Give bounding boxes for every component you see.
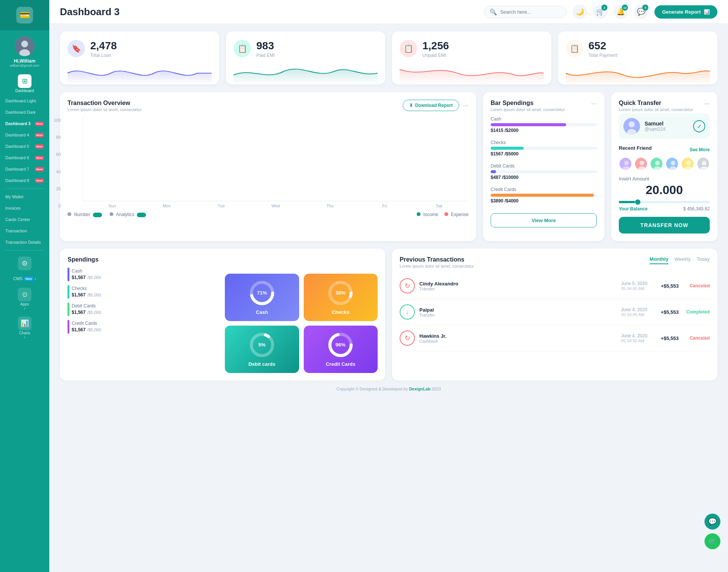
cms-arrow: › xyxy=(35,276,36,281)
stat-card-paid-emi: 📋 983 Paid EMI xyxy=(226,31,385,85)
unpaid-emi-wave xyxy=(400,62,544,85)
footer: Copyright © Designed & Developed by Dexi… xyxy=(60,381,717,397)
dashboard-label: Dashboard xyxy=(16,89,34,93)
spending-bar-bg-checks xyxy=(491,147,597,150)
sidebar-cms-row[interactable]: CMS New › xyxy=(8,273,42,284)
download-report-button[interactable]: ⬇ Download Report xyxy=(403,100,459,111)
cms-icon: ⚙ xyxy=(18,257,31,270)
spending-stat-debit: Debit Cards $1,567 /$5,000 xyxy=(67,302,220,316)
spending-stat-cash: Cash $1,567 /$5,000 xyxy=(67,268,220,281)
float-support-button[interactable]: 💬 xyxy=(704,514,720,530)
svg-text:96%: 96% xyxy=(336,342,345,348)
badge-new-7: New xyxy=(35,167,44,171)
apps-arrow: › xyxy=(24,306,25,310)
sidebar-item-cards-center[interactable]: Cards Center xyxy=(0,214,49,225)
stat-info: 652 Total Payment xyxy=(588,40,617,58)
bar-spendings-more-button[interactable]: ··· xyxy=(591,100,597,108)
balance-value: $ 456,345.62 xyxy=(683,206,710,212)
sidebar-item-dashboard-8[interactable]: Dashboard 8 New xyxy=(0,175,49,186)
cart-button[interactable]: 🛒 2 xyxy=(593,5,607,19)
search-input[interactable] xyxy=(500,9,561,15)
charts-arrow: › xyxy=(24,335,25,339)
sidebar-item-invoices[interactable]: Invoices xyxy=(0,202,49,214)
float-cart-button[interactable]: 🛒 xyxy=(704,533,720,549)
sidebar-item-transaction[interactable]: Transaction xyxy=(0,225,49,237)
tx-overview-more-button[interactable]: ··· xyxy=(463,102,469,110)
bar-spendings-title: Bar Spendings xyxy=(491,100,565,107)
sidebar-item-charts[interactable]: 📊 Charts › xyxy=(0,313,49,342)
tab-monthly[interactable]: Monthly xyxy=(650,256,668,264)
friend-avatar-3[interactable] xyxy=(650,157,663,171)
tx-amount-1: +$5,553 xyxy=(656,283,679,289)
apps-icon: ⊙ xyxy=(18,288,31,301)
sidebar-item-dashboard[interactable]: ⊞ Dashboard xyxy=(0,71,49,95)
cms-label: CMS xyxy=(13,276,22,281)
message-button[interactable]: 💬 5 xyxy=(634,5,648,19)
view-more-button[interactable]: View More xyxy=(491,213,597,227)
spending-row-cash: Cash $1415 /$2000 xyxy=(491,116,597,133)
spending-amount-cash: $1415 /$2000 xyxy=(491,128,597,133)
sidebar-logo: 💳 xyxy=(0,0,49,30)
sidebar-item-dashboard-5[interactable]: Dashboard 5 New xyxy=(0,141,49,152)
donut-debit: 5% Debit cards xyxy=(225,326,299,373)
transfer-now-button[interactable]: TRANSFER NOW xyxy=(619,217,710,234)
balance-label: Your Balance xyxy=(619,206,648,212)
tab-weekly[interactable]: Weekly xyxy=(675,256,690,264)
dark-mode-button[interactable]: 🌙 xyxy=(573,5,587,19)
sidebar-item-dashboard-7[interactable]: Dashboard 7 New xyxy=(0,163,49,175)
sidebar-item-dashboard-4[interactable]: Dashboard 4 New xyxy=(0,129,49,141)
stats-row: 🔖 2,478 Total Loan 📋 xyxy=(60,31,717,85)
search-box[interactable]: 🔍 xyxy=(484,6,566,18)
spending-label-debit: Debit Cards xyxy=(491,163,597,169)
friend-avatar-6[interactable] xyxy=(697,157,710,171)
footer-brand-link[interactable]: DexignLab xyxy=(409,387,430,391)
donut-svg-checks: 30% xyxy=(327,280,354,306)
sidebar-item-transaction-details[interactable]: Transaction Details xyxy=(0,237,49,248)
spending-label-cash: Cash xyxy=(491,116,597,122)
donut-grid: 71% Cash 30% Checks xyxy=(225,274,378,373)
sidebar-item-my-wallet[interactable]: My Wallet xyxy=(0,191,49,202)
recent-friend-header: Recent Friend See More xyxy=(619,145,710,154)
spending-stat-info: Checks $1,567 /$5,000 xyxy=(72,286,101,298)
divider-1 xyxy=(5,188,44,189)
friend-avatar-4[interactable] xyxy=(665,157,679,171)
tx-overview-title: Transaction Overview xyxy=(67,100,142,107)
bell-badge: 12 xyxy=(622,5,628,11)
quick-transfer-title: Quick Transfer xyxy=(619,100,693,107)
amount-slider[interactable] xyxy=(619,201,710,203)
unpaid-emi-value: 1,256 xyxy=(422,40,449,52)
msg-badge: 5 xyxy=(642,5,648,11)
qt-user-handle: @sam224 xyxy=(645,127,665,132)
spendings-layout: Cash $1,567 /$5,000 Checks xyxy=(67,268,378,373)
stat-card-total-payment: 📋 652 Total Payment xyxy=(558,31,717,85)
see-more-button[interactable]: See More xyxy=(690,147,710,152)
cms-badge: New xyxy=(24,277,33,281)
spending-val-cash: $1,567 xyxy=(72,275,86,280)
bar-spendings-card: Bar Spendings Lorem ipsum dolor sit amet… xyxy=(483,92,604,241)
recent-friend-label: Recent Friend xyxy=(619,145,652,151)
sidebar-item-dashboard-3[interactable]: Dashboard 3 New xyxy=(0,118,49,129)
tx-tabs: Monthly Weekly Today xyxy=(650,256,710,264)
sidebar-item-dashboard-dark[interactable]: Dashboard Dark xyxy=(0,107,49,118)
tx-overview-subtitle: Lorem ipsum dolor sit amet, consectetur xyxy=(67,107,142,112)
donut-cash-label: Cash xyxy=(256,309,268,315)
friend-avatar-1[interactable] xyxy=(619,157,632,171)
tab-today[interactable]: Today xyxy=(697,256,710,264)
avatar xyxy=(15,36,35,56)
svg-point-10 xyxy=(640,161,644,165)
svg-point-4 xyxy=(629,121,635,127)
sidebar-item-dashboard-light[interactable]: Dashboard Light xyxy=(0,95,49,107)
qt-check-icon: ✓ xyxy=(693,120,705,132)
transaction-overview-card: Transaction Overview Lorem ipsum dolor s… xyxy=(60,92,476,241)
bell-button[interactable]: 🔔 12 xyxy=(613,5,628,19)
quick-transfer-more-button[interactable]: ··· xyxy=(704,100,710,108)
svg-point-7 xyxy=(624,161,629,165)
friend-avatar-5[interactable] xyxy=(681,157,694,171)
generate-report-button[interactable]: Generate Report 📊 xyxy=(654,5,717,19)
sidebar-item-cms-icon[interactable]: ⚙ xyxy=(0,253,49,273)
sidebar-item-dashboard-6[interactable]: Dashboard 6 New xyxy=(0,152,49,163)
sidebar-item-apps[interactable]: ⊙ Apps › xyxy=(0,284,49,313)
total-loan-label: Total Loan xyxy=(90,53,117,58)
spending-stat-info: Debit Cards $1,567 /$5,000 xyxy=(72,303,101,315)
friend-avatar-2[interactable] xyxy=(634,157,648,171)
